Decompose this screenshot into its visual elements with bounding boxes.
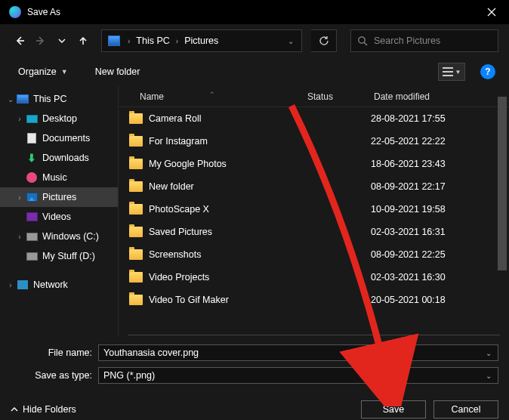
svg-rect-3 [443, 75, 453, 76]
desk-icon [26, 113, 38, 125]
column-date[interactable]: Date modified [371, 91, 509, 102]
sidebar-item-label: Music [42, 172, 67, 183]
divider [128, 335, 500, 335]
file-row[interactable]: For Instagram22-05-2021 22:22 [119, 130, 509, 153]
up-button[interactable] [74, 29, 92, 53]
file-name-field[interactable]: ⌄ [98, 344, 498, 361]
back-button[interactable] [11, 29, 29, 53]
refresh-button[interactable] [311, 29, 337, 52]
file-name-input[interactable] [103, 347, 484, 358]
organize-button[interactable]: Organize▼ [14, 63, 72, 80]
save-type-field[interactable]: PNG (*.png) ⌄ [98, 367, 498, 384]
sidebar-item-label: Desktop [42, 113, 77, 124]
column-name[interactable]: Name⌃ [119, 91, 307, 102]
file-row[interactable]: My Google Photos18-06-2021 23:43 [119, 153, 509, 175]
tree-arrow-icon: ⌄ [5, 95, 17, 103]
file-name: Screenshots [149, 249, 307, 260]
arrow-up-icon [78, 36, 88, 46]
recent-button[interactable] [53, 29, 71, 53]
chevron-down-icon: ▼ [455, 69, 461, 76]
help-button[interactable]: ? [480, 64, 495, 79]
folder-icon [129, 227, 143, 237]
folder-icon [129, 272, 143, 283]
folder-icon [129, 204, 143, 215]
file-row[interactable]: Video To Gif Maker20-05-2021 00:18 [119, 289, 509, 311]
file-name: Video Projects [149, 272, 307, 283]
sidebar-item-label: This PC [33, 94, 66, 104]
chevron-down-icon[interactable]: ⌄ [484, 349, 493, 357]
new-folder-label: New folder [95, 66, 140, 77]
chevron-right-icon: › [173, 37, 181, 45]
sidebar-item[interactable]: ⬇Downloads [0, 148, 118, 168]
file-name: For Instagram [149, 136, 307, 147]
file-row[interactable]: Screenshots08-09-2021 22:25 [119, 243, 509, 266]
sidebar-item[interactable]: ⌄This PC [0, 89, 118, 109]
folder-icon [129, 159, 143, 169]
file-name-label: File name: [11, 347, 98, 358]
file-name: My Google Photos [149, 159, 307, 169]
vertical-scrollbar[interactable] [498, 89, 507, 331]
breadcrumb-root[interactable]: This PC [133, 36, 172, 46]
breadcrumb-folder[interactable]: Pictures [181, 36, 221, 46]
scrollbar-thumb[interactable] [498, 97, 507, 270]
column-headers[interactable]: Name⌃ Status Date modified [119, 86, 509, 107]
sidebar-item[interactable]: ›Windows (C:) [0, 227, 118, 246]
file-name: Saved Pictures [149, 227, 307, 237]
file-date: 08-09-2021 22:25 [371, 249, 509, 260]
chevron-down-icon[interactable]: ⌄ [484, 372, 493, 380]
arrow-left-icon [14, 35, 26, 47]
sidebar-item[interactable]: ›Pictures [0, 187, 118, 207]
search-box[interactable] [350, 29, 498, 52]
file-row[interactable]: Video Projects02-03-2021 16:30 [119, 266, 509, 289]
chevron-down-icon: ▼ [61, 68, 68, 76]
file-row[interactable]: PhotoScape X10-09-2021 19:58 [119, 198, 509, 221]
save-button[interactable]: Save [361, 400, 426, 418]
file-row[interactable]: New folder08-09-2021 22:17 [119, 175, 509, 198]
file-row[interactable]: Saved Pictures02-03-2021 16:31 [119, 221, 509, 243]
sidebar-item[interactable]: Music [0, 168, 118, 187]
forward-button[interactable] [32, 29, 50, 53]
file-name: New folder [149, 181, 307, 192]
drv-icon [26, 230, 38, 242]
new-folder-button[interactable]: New folder [91, 63, 145, 80]
folder-icon [129, 295, 143, 305]
search-input[interactable] [374, 36, 498, 46]
hide-folders-label: Hide Folders [23, 404, 76, 415]
chevron-right-icon: › [125, 37, 133, 45]
address-bar[interactable]: › This PC › Pictures ⌄ [101, 29, 302, 52]
file-name: Video To Gif Maker [149, 295, 307, 305]
vid-icon [26, 211, 38, 223]
toolbar: Organize▼ New folder ▼ ? [0, 57, 509, 86]
sidebar-item[interactable]: ›Network [0, 275, 118, 295]
bottom-panel: File name: ⌄ Save as type: PNG (*.png) ⌄… [0, 335, 509, 420]
tree-arrow-icon: › [14, 193, 26, 202]
tree-arrow-icon: › [5, 281, 17, 289]
search-icon [357, 36, 368, 46]
chevron-down-icon [58, 37, 66, 45]
file-date: 02-03-2021 16:30 [371, 272, 509, 283]
app-icon [9, 6, 21, 18]
nav-row: › This PC › Pictures ⌄ [0, 24, 509, 57]
pic-icon [26, 191, 38, 203]
sidebar: ⌄This PC›DesktopDocuments⬇DownloadsMusic… [0, 86, 118, 335]
view-button[interactable]: ▼ [438, 63, 465, 81]
hide-folders-button[interactable]: Hide Folders [11, 404, 76, 415]
file-date: 22-05-2021 22:22 [371, 136, 509, 147]
tree-arrow-icon: › [14, 115, 26, 123]
folder-icon [129, 136, 143, 147]
cancel-button[interactable]: Cancel [433, 400, 498, 418]
sidebar-item[interactable]: ›Desktop [0, 109, 118, 128]
sidebar-item[interactable]: Documents [0, 128, 118, 148]
file-date: 02-03-2021 16:31 [371, 227, 509, 237]
folder-icon [129, 113, 143, 124]
sidebar-item[interactable]: My Stuff (D:) [0, 246, 118, 266]
svg-rect-1 [443, 67, 453, 69]
column-status[interactable]: Status [307, 91, 371, 102]
address-expand[interactable]: ⌄ [280, 37, 301, 45]
tree-arrow-icon: › [14, 233, 26, 241]
sidebar-item[interactable]: Videos [0, 207, 118, 227]
net-icon [17, 279, 29, 291]
close-button[interactable] [474, 0, 509, 24]
file-row[interactable]: Camera Roll28-08-2021 17:55 [119, 107, 509, 130]
arrow-right-icon [35, 35, 47, 47]
